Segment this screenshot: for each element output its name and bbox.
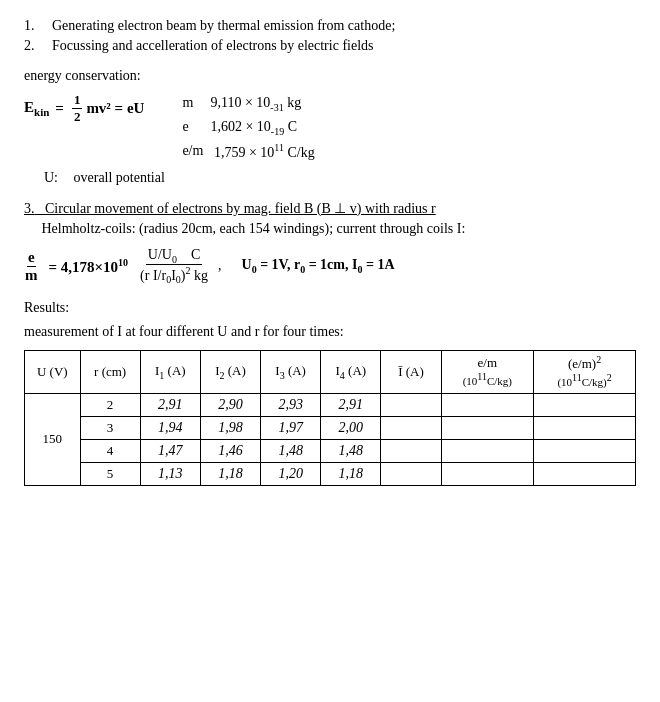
cell-em [441,393,534,416]
cell-i2: 2,90 [200,393,260,416]
header-i1: I1 (A) [140,350,200,393]
cell-i1: 1,13 [140,462,200,485]
energy-section: energy conservation: Ekin = 1 2 mv² = eU… [24,68,636,186]
formula-row: Ekin = 1 2 mv² = eU m 9,110 × 10-31 kg e… [24,92,636,164]
list-item-2: 2. Focussing and accelleration of electr… [24,38,636,54]
cell-iavg [381,439,441,462]
data-table: U (V) r (cm) I1 (A) I2 (A) I3 (A) I4 (A)… [24,350,636,486]
cell-em2 [534,439,636,462]
cell-i4: 1,48 [321,439,381,462]
cell-i1: 1,94 [140,416,200,439]
results-section: Results: measurement of I at four differ… [24,300,636,486]
header-r: r (cm) [80,350,140,393]
cell-em2 [534,393,636,416]
header-i4: I4 (A) [321,350,381,393]
cell-iavg [381,462,441,485]
header-em: e/m(1011C/kg) [441,350,534,393]
table-row: 3 1,94 1,98 1,97 2,00 [25,416,636,439]
table-row: 4 1,47 1,46 1,48 1,48 [25,439,636,462]
table-row: 150 2 2,91 2,90 2,93 2,91 [25,393,636,416]
table-header-row: U (V) r (cm) I1 (A) I2 (A) I3 (A) I4 (A)… [25,350,636,393]
cell-r: 5 [80,462,140,485]
cell-i3: 1,48 [261,439,321,462]
u-overall: U: overall potential [24,170,636,186]
cell-i2: 1,46 [200,439,260,462]
cell-iavg [381,416,441,439]
section3-title: 3. Circular movement of electrons by mag… [24,200,636,217]
header-em2: (e/m)2(1011C/kg)2 [534,350,636,393]
cell-i2: 1,18 [200,462,260,485]
header-u: U (V) [25,350,81,393]
intro-list: 1. Generating electron beam by thermal e… [24,18,636,54]
cell-r: 4 [80,439,140,462]
formula-conditions: U0 = 1V, r0 = 1cm, I0 = 1A [242,257,395,275]
section3: 3. Circular movement of electrons by mag… [24,200,636,286]
cell-i4: 2,91 [321,393,381,416]
measurement-label: measurement of I at four different U and… [24,324,636,340]
section3-desc: Helmholtz-coils: (radius 20cm, each 154 … [24,221,636,237]
header-i3: I3 (A) [261,350,321,393]
cell-i2: 1,98 [200,416,260,439]
ekin-formula: Ekin = 1 2 mv² = eU [24,92,144,125]
header-iavg: Ī (A) [381,350,441,393]
table-row: 5 1,13 1,18 1,20 1,18 [25,462,636,485]
cell-r: 3 [80,416,140,439]
cell-i3: 1,97 [261,416,321,439]
cell-i3: 1,20 [261,462,321,485]
big-formula: e m = 4,178×1010 U/U0 C (r I/r0I0)2 kg ,… [24,247,636,286]
cell-i4: 2,00 [321,416,381,439]
cell-iavg [381,393,441,416]
header-i2: I2 (A) [200,350,260,393]
cell-em [441,416,534,439]
results-label: Results: [24,300,636,316]
cell-i1: 2,91 [140,393,200,416]
cell-em [441,439,534,462]
energy-label: energy conservation: [24,68,636,84]
cell-i4: 1,18 [321,462,381,485]
cell-i1: 1,47 [140,439,200,462]
cell-r: 2 [80,393,140,416]
cell-em2 [534,416,636,439]
cell-em2 [534,462,636,485]
cell-u: 150 [25,393,81,485]
cell-i3: 2,93 [261,393,321,416]
cell-em [441,462,534,485]
list-item-1: 1. Generating electron beam by thermal e… [24,18,636,34]
constants-block: m 9,110 × 10-31 kg e 1,602 × 10-19 C e/m… [182,92,314,164]
